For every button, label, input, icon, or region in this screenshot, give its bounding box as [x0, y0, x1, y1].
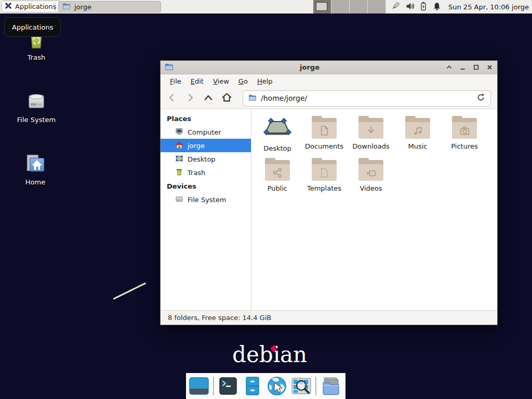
- file-item-desktop[interactable]: Desktop: [254, 115, 301, 152]
- desktop-icon-label: Home: [10, 178, 60, 186]
- desktop-icon-home[interactable]: Home: [10, 152, 60, 186]
- folder-music-icon: [405, 118, 430, 139]
- folder-icon: [62, 2, 71, 12]
- panel-grip-handle[interactable]: [55, 3, 57, 10]
- home-button[interactable]: [221, 92, 232, 104]
- workspace-3[interactable]: [350, 0, 368, 14]
- folder-public-icon: [265, 160, 290, 181]
- folder-videos-icon: [358, 160, 383, 181]
- location-path[interactable]: /home/jorge/: [261, 94, 472, 102]
- volume-icon[interactable]: [405, 2, 415, 12]
- desktop-line-artifact: [113, 282, 146, 299]
- trash-icon: [175, 168, 183, 178]
- desktop-icon-label: Trash: [11, 54, 61, 61]
- file-item-documents[interactable]: Documents: [301, 115, 348, 152]
- menu-bar: File Edit View Go Help: [161, 74, 497, 88]
- menu-view[interactable]: View: [208, 76, 234, 87]
- status-bar: 8 folders, Free space: 14.4 GiB: [161, 310, 497, 325]
- terminal-icon[interactable]: [218, 376, 238, 396]
- sidebar-item-label: File System: [188, 196, 226, 204]
- sidebar-item-trash[interactable]: Trash: [161, 166, 251, 179]
- dock-separator: [213, 377, 214, 395]
- app-finder-icon[interactable]: [291, 376, 312, 396]
- maximize-button[interactable]: [473, 64, 480, 71]
- location-bar[interactable]: /home/jorge/: [243, 90, 491, 107]
- workspace-switcher: [313, 0, 386, 14]
- folder-pictures-icon: [452, 118, 477, 139]
- file-label: Public: [268, 184, 287, 192]
- file-cabinet-icon[interactable]: [242, 376, 263, 396]
- battery-charging-icon[interactable]: [419, 2, 428, 12]
- menu-help[interactable]: Help: [252, 76, 277, 87]
- menu-file[interactable]: File: [165, 76, 186, 87]
- computer-icon: [175, 127, 183, 137]
- shade-button[interactable]: [446, 64, 453, 71]
- sidebar-header-devices: Devices: [161, 179, 251, 193]
- sidebar-item-label: Trash: [188, 169, 205, 177]
- top-panel: Applications jorge Sun 25 Apr, 10:06 jor…: [0, 0, 532, 14]
- menu-edit[interactable]: Edit: [186, 76, 208, 87]
- up-button[interactable]: [203, 92, 214, 104]
- file-manager-icon[interactable]: [320, 376, 341, 396]
- menu-go[interactable]: Go: [234, 76, 252, 87]
- folder-documents-icon: [312, 118, 337, 139]
- dock-separator: [315, 377, 316, 395]
- window-title: jorge: [178, 63, 442, 71]
- minimize-button[interactable]: [459, 64, 466, 71]
- file-label: Documents: [305, 142, 343, 150]
- taskbar-window-button[interactable]: jorge: [58, 1, 161, 12]
- desktop-pad-icon: [263, 116, 291, 141]
- sidebar-item-computer[interactable]: Computer: [161, 125, 251, 139]
- workspace-4[interactable]: [368, 0, 386, 14]
- sidebar-item-label: jorge: [188, 142, 205, 150]
- debian-logo: debian: [232, 342, 307, 367]
- file-item-templates[interactable]: Templates: [301, 157, 348, 192]
- window-body: Places Computer jorge Desktop Trash Devi…: [161, 109, 497, 310]
- file-item-music[interactable]: Music: [394, 115, 441, 152]
- forward-button[interactable]: [185, 92, 195, 104]
- toolbar: /home/jorge/: [161, 88, 497, 109]
- file-item-pictures[interactable]: Pictures: [441, 115, 488, 152]
- file-item-downloads[interactable]: Downloads: [348, 115, 394, 152]
- panel-clock[interactable]: Sun 25 Apr, 10:06: [448, 0, 510, 14]
- file-label: Pictures: [451, 142, 477, 150]
- applications-tooltip: Applications: [4, 17, 61, 37]
- debian-logo-text: debian: [232, 342, 307, 367]
- sidebar-item-file-system[interactable]: File System: [161, 193, 251, 206]
- home-folder-icon: [10, 152, 60, 176]
- folder-icon: [248, 94, 257, 103]
- bell-notification-icon[interactable]: [432, 2, 442, 12]
- folder-downloads-icon: [358, 118, 383, 139]
- workspace-1[interactable]: [313, 0, 331, 14]
- drive-icon: [11, 89, 61, 113]
- folder-templates-icon: [312, 160, 337, 181]
- status-text: 8 folders, Free space: 14.4 GiB: [168, 314, 271, 322]
- sidebar-item-desktop[interactable]: Desktop: [161, 152, 251, 166]
- desktop-icon-label: File System: [11, 116, 61, 124]
- file-label: Templates: [307, 184, 341, 192]
- drive-icon: [175, 195, 183, 205]
- applications-menu-label: Applications: [15, 3, 56, 10]
- desktop-icon-file-system[interactable]: File System: [11, 89, 61, 124]
- file-label: Videos: [360, 184, 382, 192]
- sidebar-item-jorge[interactable]: jorge: [161, 139, 251, 152]
- close-button[interactable]: [486, 64, 493, 71]
- back-button[interactable]: [167, 92, 177, 104]
- sidebar-item-label: Desktop: [188, 155, 216, 163]
- file-label: Music: [408, 142, 428, 150]
- reload-button[interactable]: [476, 93, 485, 103]
- window-titlebar[interactable]: jorge: [161, 61, 497, 74]
- web-browser-icon[interactable]: [267, 376, 287, 396]
- file-item-public[interactable]: Public: [254, 157, 301, 192]
- panel-user-label: jorge: [512, 0, 529, 14]
- file-item-videos[interactable]: Videos: [348, 157, 394, 192]
- desktop-pad-icon: [175, 154, 183, 164]
- window-controls: [446, 64, 493, 71]
- workspace-2[interactable]: [331, 0, 350, 14]
- applications-menu-button[interactable]: Applications: [1, 1, 61, 12]
- stylus-tool-icon[interactable]: [390, 1, 401, 13]
- sidebar: Places Computer jorge Desktop Trash Devi…: [161, 109, 251, 310]
- show-desktop-icon[interactable]: [189, 376, 209, 396]
- file-manager-window: jorge File Edit View Go Help /home/jorge…: [160, 60, 498, 325]
- file-label: Downloads: [352, 142, 389, 150]
